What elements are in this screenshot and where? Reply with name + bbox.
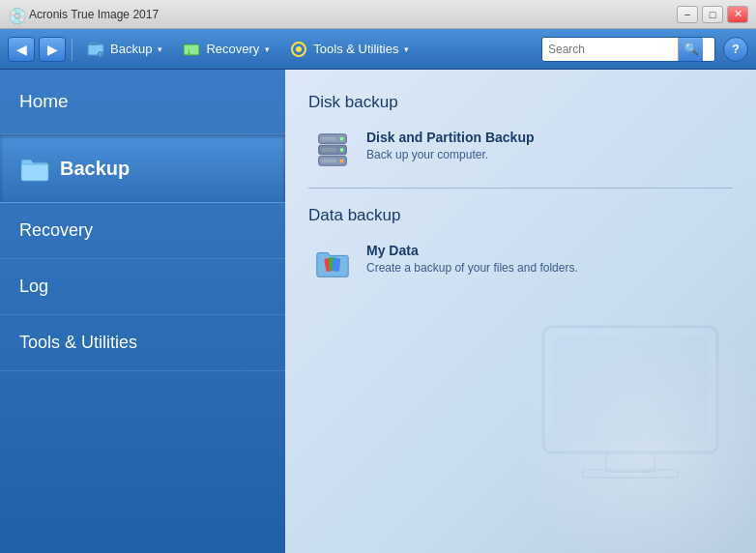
svg-point-13 [340, 160, 344, 163]
disk-backup-text: Disk and Partition Backup Back up your c… [366, 130, 534, 161]
my-data-backup-item[interactable]: My Data Create a backup of your files an… [308, 239, 733, 287]
disk-backup-icon [312, 130, 353, 170]
toolbar-backup[interactable]: ↑ Backup ▾ [78, 36, 170, 63]
minimize-button[interactable]: − [677, 6, 698, 23]
search-input[interactable] [542, 43, 678, 56]
data-backup-title: Data backup [308, 206, 733, 225]
sidebar-item-backup[interactable]: Backup [0, 134, 285, 203]
maximize-button[interactable]: □ [702, 6, 723, 23]
close-button[interactable]: ✕ [727, 6, 748, 23]
data-backup-section: Data backup My Data Create a backup of y… [308, 206, 733, 287]
forward-button[interactable]: ▶ [39, 37, 66, 62]
help-icon: ? [732, 42, 740, 56]
svg-rect-22 [606, 452, 654, 472]
window-controls: − □ ✕ [677, 6, 748, 23]
sidebar-item-log[interactable]: Log [0, 259, 285, 315]
disk-backup-item-title: Disk and Partition Backup [366, 130, 534, 145]
my-data-item-title: My Data [366, 243, 578, 258]
disk-backup-title: Disk backup [308, 93, 733, 112]
svg-point-7 [296, 46, 302, 52]
svg-point-12 [340, 148, 344, 152]
svg-rect-15 [322, 148, 336, 152]
content-area: Disk backup [285, 70, 756, 553]
section-divider [308, 188, 733, 189]
svg-rect-14 [322, 137, 336, 141]
svg-rect-23 [582, 470, 679, 478]
my-data-item-desc: Create a backup of your files and folder… [366, 261, 578, 275]
search-button[interactable]: 🔍 [678, 38, 703, 61]
search-box: 🔍 [541, 37, 715, 62]
main-layout: Home Backup Recovery Log Tools & Utiliti… [0, 70, 756, 553]
sidebar: Home Backup Recovery Log Tools & Utiliti… [0, 70, 285, 553]
tools-chevron-icon: ▾ [404, 44, 409, 54]
svg-point-11 [340, 137, 344, 141]
svg-text:↓: ↓ [187, 46, 191, 56]
my-data-icon [312, 243, 353, 283]
tools-toolbar-label: Tools & Utilities [313, 42, 398, 56]
svg-text:↑: ↑ [100, 51, 102, 57]
disk-backup-section: Disk backup [308, 93, 733, 174]
back-button[interactable]: ◀ [8, 37, 35, 62]
svg-rect-21 [553, 336, 708, 443]
background-decoration [524, 317, 737, 514]
my-data-text: My Data Create a backup of your files an… [366, 243, 578, 275]
recovery-toolbar-icon: ↓ [182, 40, 201, 59]
title-bar: 💿 Acronis True Image 2017 − □ ✕ [0, 0, 756, 29]
sidebar-recovery-label: Recovery [19, 220, 93, 240]
help-button[interactable]: ? [723, 37, 748, 62]
toolbar-separator-1 [72, 38, 73, 61]
sidebar-log-label: Log [19, 276, 48, 296]
recovery-chevron-icon: ▾ [265, 44, 270, 54]
sidebar-item-tools[interactable]: Tools & Utilities [0, 315, 285, 371]
app-icon: 💿 [8, 7, 23, 22]
disk-partition-backup-item[interactable]: Disk and Partition Backup Back up your c… [308, 126, 733, 174]
svg-rect-19 [332, 258, 340, 272]
disk-backup-item-desc: Back up your computer. [366, 148, 534, 161]
tools-toolbar-icon [289, 40, 308, 59]
recovery-toolbar-label: Recovery [206, 42, 259, 56]
toolbar-tools[interactable]: Tools & Utilities ▾ [281, 36, 417, 63]
backup-toolbar-label: Backup [110, 42, 152, 56]
sidebar-tools-label: Tools & Utilities [19, 333, 137, 352]
backup-toolbar-icon: ↑ [86, 40, 105, 59]
backup-chevron-icon: ▾ [158, 44, 162, 54]
app-title: Acronis True Image 2017 [29, 8, 159, 21]
toolbar-recovery[interactable]: ↓ Recovery ▾ [174, 36, 277, 63]
toolbar: ◀ ▶ ↑ Backup ▾ ↓ Recovery ▾ [0, 29, 756, 70]
sidebar-item-recovery[interactable]: Recovery [0, 203, 285, 259]
sidebar-backup-label: Backup [60, 158, 130, 180]
svg-rect-16 [322, 160, 336, 163]
sidebar-item-home[interactable]: Home [0, 70, 285, 134]
sidebar-home-label: Home [19, 91, 69, 111]
svg-rect-20 [543, 327, 717, 452]
svg-rect-1 [90, 42, 98, 45]
backup-folder-icon [19, 156, 50, 181]
